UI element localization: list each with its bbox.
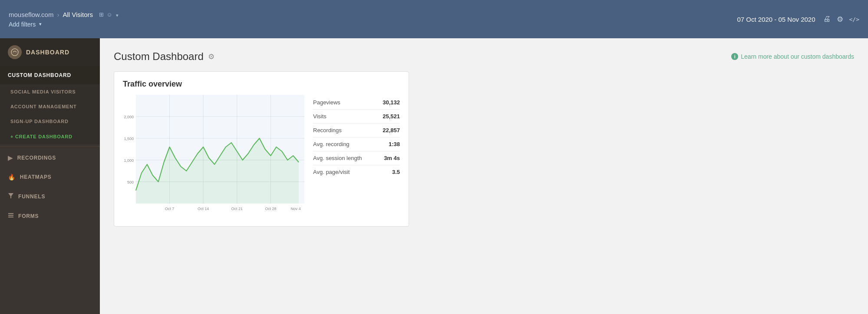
svg-marker-1 [8, 193, 13, 198]
sidebar-item-label: RECORDINGS [17, 155, 56, 161]
stat-label: Avg. session length [313, 155, 362, 161]
sidebar-item-sign-up-dashboard[interactable]: SIGN-UP DASHBOARD [0, 114, 100, 129]
svg-text:Oct 28: Oct 28 [265, 207, 276, 211]
visitors-dropdown[interactable] [115, 11, 119, 18]
svg-text:500: 500 [127, 180, 134, 184]
breadcrumb: mouseflow.com › All Visitors ⊞ ☺ [9, 11, 119, 18]
svg-point-0 [11, 49, 18, 56]
svg-text:Oct 14: Oct 14 [198, 207, 209, 211]
traffic-overview-widget: Traffic overview [114, 71, 409, 227]
sidebar-item-label: HEATMAPS [20, 174, 52, 180]
stat-row-pageviews: Pageviews 30,132 [313, 99, 400, 106]
stat-row-avg-session: Avg. session length 3m 4s [313, 155, 400, 161]
breadcrumb-arrow: › [57, 11, 59, 18]
sidebar-item-forms[interactable]: FORMS [0, 206, 100, 226]
svg-text:1,000: 1,000 [124, 158, 133, 163]
sidebar-item-custom-dashboard[interactable]: CUSTOM DASHBOARD [0, 66, 100, 84]
stat-divider [313, 123, 400, 124]
stat-row-avg-page: Avg. page/visit 3.5 [313, 169, 400, 175]
sidebar-divider-1 [0, 146, 100, 147]
stat-value: 22,857 [383, 127, 400, 134]
content-header: Custom Dashboard ⚙ i Learn more about ou… [114, 50, 854, 63]
sidebar-item-social-media-visitors[interactable]: SOCIAL MEDIA VISITORS [0, 84, 100, 99]
funnels-icon [8, 193, 14, 200]
widget-title: Traffic overview [123, 80, 400, 89]
sidebar-item-heatmaps[interactable]: 🔥 HEATMAPS [0, 167, 100, 187]
visitor-count-icon: ⊞ [99, 11, 104, 18]
widget-body: 2,000 1,500 1,000 500 Oct 7 Oct 14 Oct 2… [123, 95, 400, 218]
page-title: Custom Dashboard [114, 50, 204, 63]
stat-label: Visits [313, 113, 327, 120]
stat-label: Recordings [313, 127, 342, 134]
stat-value: 3.5 [392, 169, 400, 175]
svg-rect-3 [8, 215, 13, 216]
header-left: mouseflow.com › All Visitors ⊞ ☺ Add fil… [9, 11, 119, 28]
breadcrumb-icons: ⊞ ☺ [99, 11, 119, 18]
stat-value: 3m 4s [384, 155, 400, 161]
breadcrumb-page: All Visitors [63, 11, 93, 18]
sidebar-logo-text: DASHBOARD [26, 49, 69, 56]
main-layout: DASHBOARD CUSTOM DASHBOARD SOCIAL MEDIA … [0, 38, 868, 314]
page-settings-icon[interactable]: ⚙ [208, 52, 215, 61]
sidebar-item-account-management[interactable]: ACCOUNT MANAGEMENT [0, 99, 100, 114]
sidebar-item-label: SOCIAL MEDIA VISITORS [10, 89, 76, 94]
svg-text:2,000: 2,000 [124, 115, 133, 119]
sidebar-item-recordings[interactable]: ▶ RECORDINGS [0, 148, 100, 167]
svg-text:Oct 7: Oct 7 [165, 207, 174, 211]
header-right: 07 Oct 2020 - 05 Nov 2020 🖨 ⚙ </> [737, 15, 859, 24]
stat-value: 30,132 [383, 99, 400, 106]
user-icon: ☺ [106, 11, 112, 18]
breadcrumb-site: mouseflow.com [9, 11, 53, 18]
svg-text:Oct 21: Oct 21 [231, 207, 243, 211]
logo-icon [8, 45, 22, 59]
sidebar-item-label: FUNNELS [18, 194, 45, 200]
chart-area: 2,000 1,500 1,000 500 Oct 7 Oct 14 Oct 2… [123, 95, 304, 218]
main-content: Custom Dashboard ⚙ i Learn more about ou… [100, 38, 868, 314]
stat-row-visits: Visits 25,521 [313, 113, 400, 120]
traffic-chart-svg: 2,000 1,500 1,000 500 Oct 7 Oct 14 Oct 2… [123, 95, 304, 217]
stat-label: Avg. page/visit [313, 169, 350, 175]
learn-more-link[interactable]: i Learn more about our custom dashboards [731, 53, 854, 60]
sidebar-item-create-dashboard[interactable]: + CREATE DASHBOARD [0, 129, 100, 144]
svg-rect-2 [8, 213, 13, 214]
print-icon[interactable]: 🖨 [823, 15, 831, 23]
svg-rect-4 [8, 217, 13, 217]
settings-icon[interactable]: ⚙ [837, 15, 843, 24]
info-icon: i [731, 53, 738, 60]
stat-value: 1:38 [389, 141, 400, 147]
stat-label: Pageviews [313, 99, 340, 106]
add-filters-row: Add filters [9, 21, 119, 28]
code-icon[interactable]: </> [849, 16, 859, 23]
stat-divider [313, 165, 400, 165]
svg-text:1,500: 1,500 [124, 137, 133, 141]
stat-divider [313, 137, 400, 137]
stat-row-avg-recording: Avg. recording 1:38 [313, 141, 400, 147]
heatmaps-icon: 🔥 [8, 174, 16, 180]
page-title-row: Custom Dashboard ⚙ [114, 50, 215, 63]
sidebar: DASHBOARD CUSTOM DASHBOARD SOCIAL MEDIA … [0, 38, 100, 314]
sidebar-item-funnels[interactable]: FUNNELS [0, 187, 100, 206]
date-range: 07 Oct 2020 - 05 Nov 2020 [737, 16, 815, 23]
learn-more-text: Learn more about our custom dashboards [741, 53, 854, 60]
sidebar-item-label: FORMS [18, 213, 39, 219]
sidebar-item-label: SIGN-UP DASHBOARD [10, 119, 69, 124]
svg-text:Nov 4: Nov 4 [290, 207, 300, 211]
stat-label: Avg. recording [313, 141, 350, 147]
stats-panel: Pageviews 30,132 Visits 25,521 Recording… [313, 95, 400, 175]
sidebar-logo: DASHBOARD [0, 38, 100, 66]
stat-divider [313, 151, 400, 151]
recordings-icon: ▶ [8, 154, 13, 161]
forms-icon [8, 212, 14, 220]
stat-value: 25,521 [383, 113, 400, 120]
stat-row-recordings: Recordings 22,857 [313, 127, 400, 134]
stat-divider [313, 109, 400, 110]
top-header: mouseflow.com › All Visitors ⊞ ☺ Add fil… [0, 0, 868, 38]
header-action-icons: 🖨 ⚙ </> [823, 15, 859, 24]
sidebar-item-label: ACCOUNT MANAGEMENT [10, 104, 77, 109]
sidebar-item-label: CUSTOM DASHBOARD [8, 72, 71, 78]
add-filters-button[interactable]: Add filters [9, 21, 42, 28]
sidebar-item-label: + CREATE DASHBOARD [10, 134, 73, 139]
